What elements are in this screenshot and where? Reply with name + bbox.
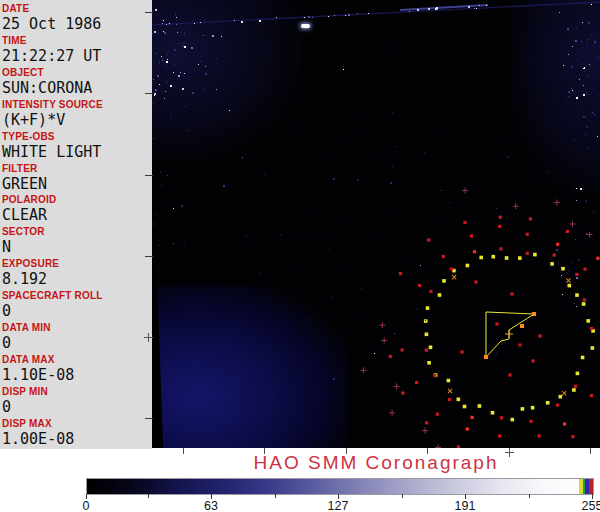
noise-speckle <box>589 84 590 85</box>
noise-speckle <box>575 81 576 82</box>
noise-speckle <box>566 272 568 274</box>
noise-speckle <box>585 135 586 136</box>
red-marker-dot <box>463 221 466 224</box>
noise-speckle <box>314 396 315 397</box>
noise-speckle <box>575 40 577 42</box>
noise-speckle <box>152 33 153 34</box>
noise-speckle <box>476 223 477 224</box>
noise-speckle <box>173 76 175 78</box>
noise-speckle <box>215 78 216 79</box>
noise-speckle <box>280 234 282 236</box>
noise-speckle <box>584 76 585 77</box>
noise-speckle <box>507 156 509 158</box>
noise-speckle <box>194 23 195 24</box>
noise-speckle <box>416 308 418 310</box>
noise-speckle <box>589 64 590 65</box>
noise-speckle <box>593 54 594 55</box>
noise-speckle <box>586 45 587 46</box>
noise-speckle <box>177 101 178 102</box>
noise-speckle <box>358 133 359 134</box>
plus-marker <box>587 232 593 238</box>
noise-speckle <box>586 42 587 43</box>
noise-speckle <box>195 71 196 72</box>
noise-speckle <box>576 28 577 29</box>
noise-speckle <box>180 72 181 73</box>
noise-speckle <box>331 297 333 299</box>
noise-speckle <box>579 79 580 80</box>
colorbar-tick-label: 191 <box>455 499 476 512</box>
noise-speckle <box>273 274 274 275</box>
noise-speckle <box>192 92 194 94</box>
red-marker-dot <box>563 422 566 425</box>
noise-speckle <box>185 106 186 107</box>
left-edge-tick <box>145 418 153 419</box>
noise-speckle <box>191 43 193 45</box>
noise-speckle <box>597 81 598 82</box>
noise-speckle <box>153 146 154 147</box>
noise-speckle <box>156 53 157 54</box>
red-marker-dot <box>530 420 533 423</box>
noise-speckle <box>163 20 164 21</box>
noise-speckle <box>165 91 166 92</box>
noise-speckle <box>574 71 575 72</box>
noise-speckle <box>523 220 524 221</box>
field-value: WHITE LIGHT <box>2 143 150 161</box>
noise-speckle <box>254 243 255 244</box>
metadata-field-spacecraft-roll: SPACECRAFT ROLL0 <box>2 290 150 320</box>
noise-speckle <box>169 48 170 49</box>
noise-speckle <box>161 185 163 187</box>
noise-speckle <box>171 44 172 45</box>
red-marker-dot <box>389 355 392 358</box>
field-value: 0 <box>2 398 150 416</box>
noise-speckle <box>581 153 582 154</box>
left-edge-center-cross <box>148 333 149 342</box>
red-marker-dot <box>433 374 436 377</box>
noise-speckle <box>390 182 392 184</box>
field-label: INTENSITY SOURCE <box>2 99 150 111</box>
noise-speckle <box>200 61 201 62</box>
noise-speckle <box>225 56 226 57</box>
noise-speckle <box>592 11 593 12</box>
noise-speckle <box>198 72 199 73</box>
noise-speckle <box>572 105 573 106</box>
noise-speckle <box>159 245 160 246</box>
noise-speckle <box>189 56 190 57</box>
noise-speckle <box>596 72 597 73</box>
noise-speckle <box>165 100 166 101</box>
noise-speckle <box>496 208 497 209</box>
noise-speckle <box>212 35 214 37</box>
noise-speckle <box>564 229 565 230</box>
red-marker-dot <box>590 327 593 330</box>
noise-speckle <box>386 208 387 209</box>
noise-speckle <box>555 245 556 246</box>
noise-speckle <box>583 81 584 82</box>
noise-speckle <box>398 47 400 49</box>
red-marker-dot <box>590 394 593 397</box>
noise-speckle <box>169 23 170 24</box>
noise-speckle <box>580 102 581 103</box>
noise-speckle <box>154 93 156 95</box>
noise-speckle <box>199 53 200 54</box>
yellow-ring-dot <box>533 253 537 257</box>
noise-speckle <box>333 178 335 180</box>
noise-speckle <box>170 104 171 105</box>
field-value: 25 Oct 1986 <box>2 15 150 33</box>
plus-marker <box>389 410 395 416</box>
noise-speckle <box>345 15 346 16</box>
noise-speckle <box>568 270 570 272</box>
noise-speckle <box>183 42 185 44</box>
noise-speckle <box>259 20 261 22</box>
red-marker-dot <box>499 216 502 219</box>
noise-speckle <box>581 110 582 111</box>
noise-speckle <box>565 31 566 32</box>
noise-speckle <box>390 46 391 47</box>
noise-speckle <box>229 110 230 111</box>
noise-speckle <box>159 68 160 69</box>
noise-speckle <box>588 55 589 56</box>
noise-speckle <box>476 8 477 9</box>
plus-marker <box>394 383 400 389</box>
noise-speckle <box>179 67 180 68</box>
smm-coronagraph-viewer: DATE25 Oct 1986TIME21:22:27 UTOBJECTSUN:… <box>0 0 600 512</box>
noise-speckle <box>540 176 541 177</box>
noise-speckle <box>167 175 168 176</box>
